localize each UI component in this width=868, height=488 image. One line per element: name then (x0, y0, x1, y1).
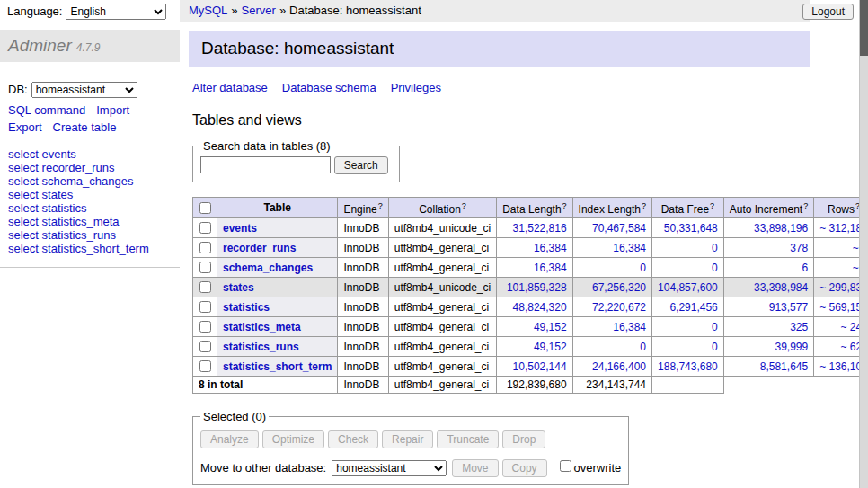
analyze-button[interactable]: Analyze (200, 430, 259, 448)
row-checkbox-states[interactable] (199, 281, 211, 293)
auto-increment-cell[interactable]: 6 (723, 258, 813, 278)
auto-increment-cell[interactable]: 378 (723, 238, 813, 258)
index-length-cell[interactable]: 70,467,584 (572, 218, 651, 238)
row-checkbox-statistics_short_term[interactable] (199, 360, 211, 372)
row-checkbox-statistics_meta[interactable] (199, 321, 211, 333)
select-all-checkbox[interactable] (199, 202, 211, 214)
help-link[interactable]: ? (803, 201, 808, 210)
table-link-states[interactable]: states (223, 281, 254, 294)
index-length-cell[interactable]: 0 (572, 337, 651, 357)
language-select[interactable]: English (66, 4, 166, 20)
sidebar-table-link-select-schema-changes[interactable]: select schema_changes (8, 175, 172, 188)
nav-link-database-schema[interactable]: Database schema (282, 81, 376, 94)
index-length-cell[interactable]: 0 (572, 258, 651, 278)
sidebar-link-sql-command[interactable]: SQL command (8, 103, 85, 117)
help-link[interactable]: ? (462, 201, 466, 210)
data-free-cell[interactable]: 50,331,648 (652, 218, 724, 238)
table-row-statistics_short_term: statistics_short_termInnoDButf8mb4_gener… (193, 357, 868, 377)
sidebar-link-export[interactable]: Export (8, 120, 42, 134)
sidebar-link-create-table[interactable]: Create table (53, 120, 117, 134)
help-link[interactable]: ? (642, 201, 646, 210)
search-input[interactable] (200, 156, 331, 173)
selected-fieldset: Selected (0) AnalyzeOptimizeCheckRepairT… (192, 410, 629, 485)
table-name-cell: events (217, 218, 338, 238)
move-button[interactable]: Move (452, 459, 498, 477)
table-link-statistics[interactable]: statistics (223, 301, 270, 314)
help-link[interactable]: ? (562, 201, 567, 210)
auto-increment-cell[interactable]: 325 (723, 317, 813, 337)
table-name-cell: statistics_short_term (217, 357, 338, 377)
sidebar-table-link-select-recorder-runs[interactable]: select recorder_runs (8, 162, 172, 174)
sidebar-table-link-select-states[interactable]: select states (8, 189, 172, 201)
scrollbar[interactable] (859, 0, 868, 488)
nav-link-privileges[interactable]: Privileges (391, 81, 441, 94)
data-free-cell[interactable]: 188,743,680 (652, 357, 724, 377)
sidebar-table-link-select-statistics-short-term[interactable]: select statistics_short_term (8, 243, 172, 255)
auto-increment-cell[interactable]: 8,581,645 (723, 357, 813, 377)
nav-link-alter-database[interactable]: Alter database (192, 81, 268, 94)
data-length-cell[interactable]: 49,152 (497, 337, 572, 357)
drop-button[interactable]: Drop (502, 430, 545, 448)
data-length-cell[interactable]: 48,824,320 (497, 297, 572, 317)
table-link-recorder_runs[interactable]: recorder_runs (223, 242, 296, 254)
engine-cell: InnoDB (338, 357, 388, 377)
auto-increment-cell[interactable]: 33,398,984 (723, 278, 813, 297)
column-header-index-length: Index Length? (572, 198, 651, 218)
row-checkbox-statistics_runs[interactable] (199, 341, 211, 352)
data-length-cell[interactable]: 16,384 (497, 258, 572, 278)
repair-button[interactable]: Repair (382, 430, 433, 448)
index-length-cell[interactable]: 16,384 (572, 238, 651, 258)
auto-increment-cell[interactable]: 33,898,196 (723, 218, 813, 238)
data-length-cell[interactable]: 101,859,328 (497, 278, 572, 297)
db-selector-row: DB:homeassistant (8, 82, 172, 98)
scrollbar-thumb[interactable] (860, 0, 868, 56)
logout-button[interactable]: Logout (802, 4, 854, 20)
index-length-cell[interactable]: 67,256,320 (572, 278, 651, 297)
move-db-select[interactable]: homeassistant (332, 460, 447, 476)
sidebar-table-link-select-statistics-runs[interactable]: select statistics_runs (8, 229, 172, 242)
table-link-statistics_short_term[interactable]: statistics_short_term (223, 360, 332, 373)
data-free-cell[interactable]: 0 (652, 337, 724, 357)
row-checkbox-schema_changes[interactable] (199, 262, 211, 273)
data-length-cell[interactable]: 16,384 (497, 238, 572, 258)
column-header-label: Rows (828, 203, 855, 216)
data-free-cell[interactable]: 104,857,600 (652, 278, 724, 297)
index-length-cell[interactable]: 72,220,672 (572, 297, 651, 317)
check-button[interactable]: Check (328, 430, 378, 448)
db-select[interactable]: homeassistant (31, 82, 137, 98)
optimize-button[interactable]: Optimize (262, 430, 324, 448)
table-link-statistics_runs[interactable]: statistics_runs (223, 341, 299, 353)
breadcrumb-mysql[interactable]: MySQL (189, 4, 227, 17)
table-link-schema_changes[interactable]: schema_changes (223, 262, 313, 274)
data-free-cell[interactable]: 6,291,456 (652, 297, 724, 317)
data-free-cell[interactable]: 0 (652, 258, 724, 278)
row-checkbox-events[interactable] (199, 222, 211, 234)
column-header-collation: Collation? (388, 198, 496, 218)
data-length-cell[interactable]: 49,152 (497, 317, 572, 337)
table-link-statistics_meta[interactable]: statistics_meta (223, 321, 301, 333)
sidebar-table-link-select-statistics-meta[interactable]: select statistics_meta (8, 216, 172, 228)
help-link[interactable]: ? (710, 201, 714, 210)
data-length-cell[interactable]: 31,522,816 (497, 218, 572, 238)
index-length-cell[interactable]: 16,384 (572, 317, 651, 337)
table-row-events: eventsInnoDButf8mb4_unicode_ci31,522,816… (193, 218, 868, 238)
copy-button[interactable]: Copy (502, 459, 547, 477)
auto-increment-cell[interactable]: 913,577 (723, 297, 813, 317)
truncate-button[interactable]: Truncate (437, 430, 499, 448)
sidebar-link-import[interactable]: Import (96, 103, 129, 117)
table-link-events[interactable]: events (223, 222, 257, 235)
sidebar-table-link-select-statistics[interactable]: select statistics (8, 202, 172, 215)
row-checkbox-statistics[interactable] (199, 301, 211, 313)
app-title: Adminer4.7.9 (0, 30, 180, 62)
index-length-cell[interactable]: 24,166,400 (572, 357, 651, 377)
auto-increment-cell[interactable]: 39,999 (723, 337, 813, 357)
breadcrumb-server[interactable]: Server (242, 4, 276, 17)
data-free-cell[interactable]: 0 (652, 317, 724, 337)
help-link[interactable]: ? (378, 201, 383, 210)
sidebar-table-link-select-events[interactable]: select events (8, 148, 172, 161)
search-button[interactable]: Search (334, 156, 388, 174)
row-checkbox-recorder_runs[interactable] (199, 242, 211, 253)
overwrite-checkbox[interactable] (560, 460, 571, 472)
data-length-cell[interactable]: 10,502,144 (497, 357, 572, 377)
data-free-cell[interactable]: 0 (652, 238, 724, 258)
